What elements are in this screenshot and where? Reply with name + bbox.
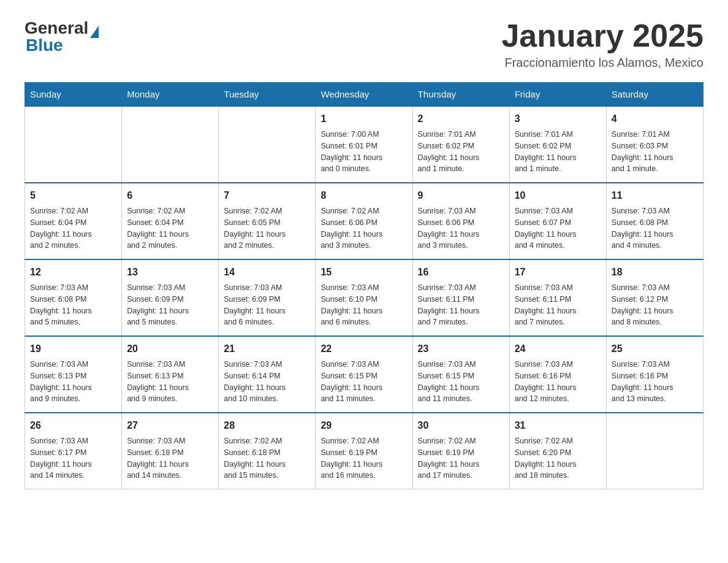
month-title: January 2025: [501, 18, 703, 53]
day-info: Sunrise: 7:02 AM Sunset: 6:19 PM Dayligh…: [418, 435, 504, 481]
day-number: 28: [224, 418, 310, 433]
header-friday: Friday: [509, 83, 606, 107]
header-thursday: Thursday: [412, 83, 509, 107]
day-number: 11: [612, 188, 698, 203]
table-row: 8Sunrise: 7:02 AM Sunset: 6:06 PM Daylig…: [316, 183, 412, 259]
day-info: Sunrise: 7:01 AM Sunset: 6:02 PM Dayligh…: [418, 129, 504, 175]
header-monday: Monday: [122, 83, 219, 107]
day-number: 22: [320, 342, 407, 356]
day-number: 27: [127, 418, 213, 433]
day-number: 12: [30, 265, 116, 280]
day-number: 13: [127, 265, 213, 280]
day-info: Sunrise: 7:03 AM Sunset: 6:16 PM Dayligh…: [612, 359, 698, 405]
day-number: 16: [418, 265, 504, 280]
week-row-3: 12Sunrise: 7:03 AM Sunset: 6:08 PM Dayli…: [25, 259, 703, 336]
week-row-5: 26Sunrise: 7:03 AM Sunset: 6:17 PM Dayli…: [25, 413, 703, 489]
weekday-header-row: Sunday Monday Tuesday Wednesday Thursday…: [25, 83, 703, 107]
day-info: Sunrise: 7:03 AM Sunset: 6:07 PM Dayligh…: [515, 205, 601, 251]
table-row: 31Sunrise: 7:02 AM Sunset: 6:20 PM Dayli…: [509, 413, 606, 489]
table-row: 11Sunrise: 7:03 AM Sunset: 6:08 PM Dayli…: [606, 183, 703, 259]
calendar-table: Sunday Monday Tuesday Wednesday Thursday…: [25, 82, 703, 489]
table-row: 17Sunrise: 7:03 AM Sunset: 6:11 PM Dayli…: [509, 259, 606, 336]
day-info: Sunrise: 7:02 AM Sunset: 6:19 PM Dayligh…: [320, 435, 407, 481]
table-row: 19Sunrise: 7:03 AM Sunset: 6:13 PM Dayli…: [25, 336, 122, 413]
day-number: 3: [515, 112, 601, 126]
day-info: Sunrise: 7:02 AM Sunset: 6:18 PM Dayligh…: [224, 435, 310, 481]
day-info: Sunrise: 7:02 AM Sunset: 6:05 PM Dayligh…: [224, 205, 310, 251]
table-row: [219, 106, 316, 183]
table-row: 7Sunrise: 7:02 AM Sunset: 6:05 PM Daylig…: [219, 183, 316, 259]
table-row: 21Sunrise: 7:03 AM Sunset: 6:14 PM Dayli…: [219, 336, 316, 413]
logo: General Blue: [25, 18, 99, 55]
day-info: Sunrise: 7:03 AM Sunset: 6:13 PM Dayligh…: [127, 359, 213, 405]
day-info: Sunrise: 7:01 AM Sunset: 6:03 PM Dayligh…: [612, 129, 698, 175]
table-row: 16Sunrise: 7:03 AM Sunset: 6:11 PM Dayli…: [412, 259, 509, 336]
day-number: 19: [30, 342, 116, 356]
day-number: 20: [127, 342, 213, 356]
day-number: 4: [612, 112, 698, 126]
day-info: Sunrise: 7:03 AM Sunset: 6:09 PM Dayligh…: [127, 282, 213, 328]
day-number: 5: [30, 188, 116, 203]
week-row-4: 19Sunrise: 7:03 AM Sunset: 6:13 PM Dayli…: [25, 336, 703, 413]
day-info: Sunrise: 7:03 AM Sunset: 6:10 PM Dayligh…: [320, 282, 407, 328]
day-number: 1: [320, 112, 407, 126]
table-row: 9Sunrise: 7:03 AM Sunset: 6:06 PM Daylig…: [412, 183, 509, 259]
day-number: 15: [320, 265, 407, 280]
day-info: Sunrise: 7:03 AM Sunset: 6:09 PM Dayligh…: [224, 282, 310, 328]
table-row: [25, 106, 122, 183]
table-row: 6Sunrise: 7:02 AM Sunset: 6:04 PM Daylig…: [122, 183, 219, 259]
week-row-1: 1Sunrise: 7:00 AM Sunset: 6:01 PM Daylig…: [25, 106, 703, 183]
day-number: 7: [224, 188, 310, 203]
table-row: 10Sunrise: 7:03 AM Sunset: 6:07 PM Dayli…: [509, 183, 606, 259]
table-row: 3Sunrise: 7:01 AM Sunset: 6:02 PM Daylig…: [509, 106, 606, 183]
day-number: 24: [515, 342, 601, 356]
day-info: Sunrise: 7:03 AM Sunset: 6:13 PM Dayligh…: [30, 359, 116, 405]
table-row: 15Sunrise: 7:03 AM Sunset: 6:10 PM Dayli…: [316, 259, 412, 336]
day-info: Sunrise: 7:03 AM Sunset: 6:08 PM Dayligh…: [30, 282, 116, 328]
table-row: 18Sunrise: 7:03 AM Sunset: 6:12 PM Dayli…: [606, 259, 703, 336]
table-row: 14Sunrise: 7:03 AM Sunset: 6:09 PM Dayli…: [219, 259, 316, 336]
table-row: 26Sunrise: 7:03 AM Sunset: 6:17 PM Dayli…: [25, 413, 122, 489]
day-info: Sunrise: 7:03 AM Sunset: 6:06 PM Dayligh…: [418, 205, 504, 251]
day-info: Sunrise: 7:03 AM Sunset: 6:08 PM Dayligh…: [612, 205, 698, 251]
logo-blue-text: Blue: [25, 36, 63, 55]
logo-arrow-icon: [90, 26, 99, 38]
day-info: Sunrise: 7:02 AM Sunset: 6:06 PM Dayligh…: [320, 205, 407, 251]
day-info: Sunrise: 7:03 AM Sunset: 6:15 PM Dayligh…: [320, 359, 407, 405]
day-info: Sunrise: 7:03 AM Sunset: 6:16 PM Dayligh…: [515, 359, 601, 405]
table-row: 29Sunrise: 7:02 AM Sunset: 6:19 PM Dayli…: [316, 413, 412, 489]
header-saturday: Saturday: [606, 83, 703, 107]
day-number: 2: [418, 112, 504, 126]
day-number: 14: [224, 265, 310, 280]
day-info: Sunrise: 7:02 AM Sunset: 6:04 PM Dayligh…: [127, 205, 213, 251]
table-row: 24Sunrise: 7:03 AM Sunset: 6:16 PM Dayli…: [509, 336, 606, 413]
day-number: 17: [515, 265, 601, 280]
table-row: 4Sunrise: 7:01 AM Sunset: 6:03 PM Daylig…: [606, 106, 703, 183]
day-number: 31: [515, 418, 601, 433]
day-number: 25: [612, 342, 698, 356]
table-row: 13Sunrise: 7:03 AM Sunset: 6:09 PM Dayli…: [122, 259, 219, 336]
day-info: Sunrise: 7:02 AM Sunset: 6:04 PM Dayligh…: [30, 205, 116, 251]
day-number: 26: [30, 418, 116, 433]
table-row: 28Sunrise: 7:02 AM Sunset: 6:18 PM Dayli…: [219, 413, 316, 489]
day-number: 9: [418, 188, 504, 203]
day-info: Sunrise: 7:01 AM Sunset: 6:02 PM Dayligh…: [515, 129, 601, 175]
table-row: 12Sunrise: 7:03 AM Sunset: 6:08 PM Dayli…: [25, 259, 122, 336]
day-number: 30: [418, 418, 504, 433]
table-row: 2Sunrise: 7:01 AM Sunset: 6:02 PM Daylig…: [412, 106, 509, 183]
day-number: 23: [418, 342, 504, 356]
day-number: 18: [612, 265, 698, 280]
title-section: January 2025 Fraccionamiento los Alamos,…: [501, 18, 703, 70]
day-number: 21: [224, 342, 310, 356]
table-row: 23Sunrise: 7:03 AM Sunset: 6:15 PM Dayli…: [412, 336, 509, 413]
day-info: Sunrise: 7:03 AM Sunset: 6:15 PM Dayligh…: [418, 359, 504, 405]
day-info: Sunrise: 7:03 AM Sunset: 6:11 PM Dayligh…: [418, 282, 504, 328]
table-row: 27Sunrise: 7:03 AM Sunset: 6:18 PM Dayli…: [122, 413, 219, 489]
table-row: 5Sunrise: 7:02 AM Sunset: 6:04 PM Daylig…: [25, 183, 122, 259]
table-row: 30Sunrise: 7:02 AM Sunset: 6:19 PM Dayli…: [412, 413, 509, 489]
day-info: Sunrise: 7:02 AM Sunset: 6:20 PM Dayligh…: [515, 435, 601, 481]
day-info: Sunrise: 7:03 AM Sunset: 6:12 PM Dayligh…: [612, 282, 698, 328]
day-number: 8: [320, 188, 407, 203]
table-row: 25Sunrise: 7:03 AM Sunset: 6:16 PM Dayli…: [606, 336, 703, 413]
day-info: Sunrise: 7:03 AM Sunset: 6:17 PM Dayligh…: [30, 435, 116, 481]
